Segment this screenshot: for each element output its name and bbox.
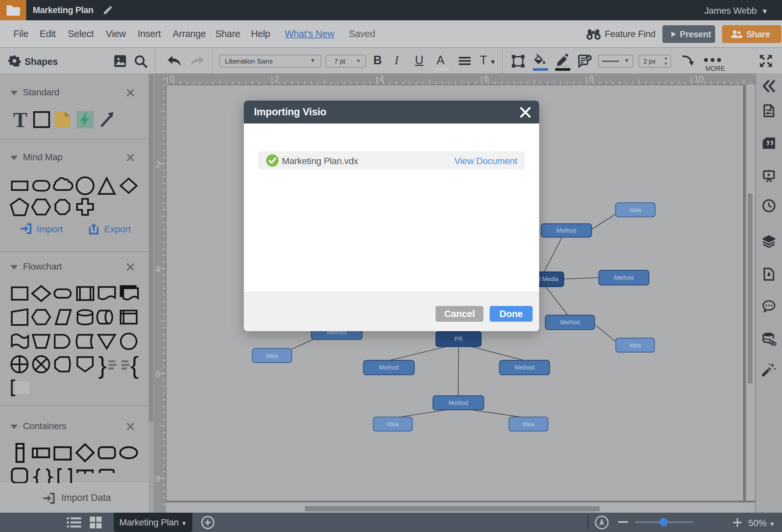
svg-text:4: 4 [379,74,384,84]
svg-text:{: { [131,351,139,379]
svg-text:Idea: Idea [629,342,641,348]
svg-text:2: 2 [274,74,279,84]
svg-text:Idea: Idea [630,207,641,213]
svg-text:2: 2 [155,159,160,169]
svg-text:Method: Method [560,319,580,326]
svg-text:T: T [13,109,27,130]
svg-text:Method: Method [514,364,534,371]
svg-text:}: } [98,351,107,379]
svg-text:10: 10 [694,74,704,84]
svg-text:6: 6 [155,369,160,379]
svg-text:6: 6 [484,74,489,84]
svg-text:Method: Method [379,364,398,371]
svg-text:Idea: Idea [523,421,535,427]
svg-text:8: 8 [155,474,160,484]
svg-text:PR: PR [454,336,462,342]
svg-text:8: 8 [589,74,594,84]
svg-text:Idea: Idea [387,421,399,427]
svg-text:0: 0 [170,74,174,84]
svg-text:Method: Method [448,400,468,406]
svg-text:Idea: Idea [266,352,278,359]
svg-text:Method: Method [557,227,576,234]
svg-text:Method: Method [614,274,634,281]
svg-text:4: 4 [155,264,160,274]
